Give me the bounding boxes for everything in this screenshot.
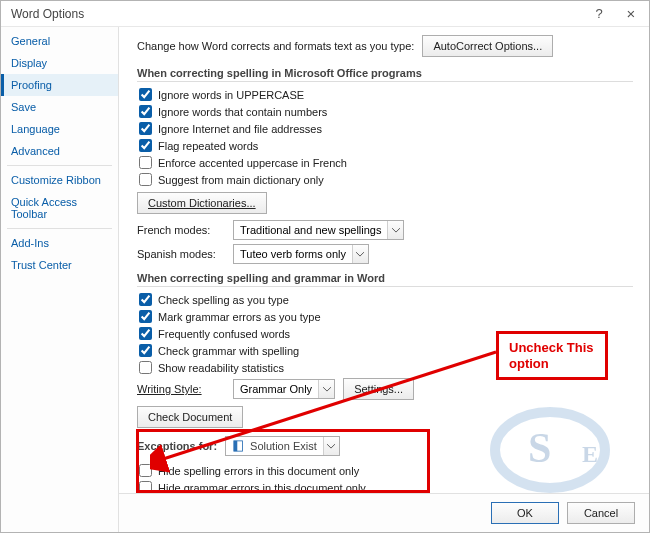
- label-flag-repeated: Flag repeated words: [158, 140, 258, 152]
- checkbox-ignore-uppercase[interactable]: [139, 88, 152, 101]
- exceptions-document-dropdown[interactable]: Solution Exist: [225, 436, 340, 456]
- writing-style-dropdown[interactable]: Grammar Only: [233, 379, 335, 399]
- label-accented-french: Enforce accented uppercase in French: [158, 157, 347, 169]
- label-ignore-uppercase: Ignore words in UPPERCASE: [158, 89, 304, 101]
- label-hide-spelling-errors: Hide spelling errors in this document on…: [158, 465, 359, 477]
- chevron-down-icon: [387, 221, 403, 239]
- sidebar-item-display[interactable]: Display: [1, 52, 118, 74]
- checkbox-confused-words[interactable]: [139, 327, 152, 340]
- label-confused-words: Frequently confused words: [158, 328, 290, 340]
- main-panel: Change how Word corrects and formats tex…: [119, 27, 649, 532]
- titlebar: Word Options ? ×: [1, 1, 649, 27]
- cb-hide-grammar-errors: Hide grammar errors in this document onl…: [139, 481, 633, 493]
- label-main-dict: Suggest from main dictionary only: [158, 174, 324, 186]
- checkbox-check-spelling-type[interactable]: [139, 293, 152, 306]
- checkbox-ignore-internet[interactable]: [139, 122, 152, 135]
- help-button[interactable]: ?: [583, 2, 615, 26]
- settings-button[interactable]: Settings...: [343, 378, 414, 400]
- ok-button[interactable]: OK: [491, 502, 559, 524]
- sidebar-separator: [7, 165, 112, 166]
- french-modes-row: French modes: Traditional and new spelli…: [137, 220, 633, 240]
- sidebar-item-customize-ribbon[interactable]: Customize Ribbon: [1, 169, 118, 191]
- window-title: Word Options: [11, 7, 583, 21]
- sidebar-item-trust-center[interactable]: Trust Center: [1, 254, 118, 276]
- cancel-label: Cancel: [584, 507, 618, 519]
- label-hide-grammar-errors: Hide grammar errors in this document onl…: [158, 482, 366, 494]
- spanish-modes-value: Tuteo verb forms only: [240, 248, 352, 260]
- cancel-button[interactable]: Cancel: [567, 502, 635, 524]
- cb-accented-french: Enforce accented uppercase in French: [139, 156, 633, 169]
- chevron-down-icon: [318, 380, 334, 398]
- sidebar-item-quick-access-toolbar[interactable]: Quick Access Toolbar: [1, 191, 118, 225]
- label-check-spelling-type: Check spelling as you type: [158, 294, 289, 306]
- close-button[interactable]: ×: [615, 2, 647, 26]
- sidebar-item-save[interactable]: Save: [1, 96, 118, 118]
- custom-dict-row: Custom Dictionaries...: [137, 192, 633, 214]
- cb-main-dict: Suggest from main dictionary only: [139, 173, 633, 186]
- writing-style-label: Writing Style:: [137, 383, 225, 395]
- cb-ignore-numbers: Ignore words that contain numbers: [139, 105, 633, 118]
- ok-label: OK: [517, 507, 533, 519]
- dialog-body: General Display Proofing Save Language A…: [1, 27, 649, 532]
- intro-row: Change how Word corrects and formats tex…: [137, 35, 633, 57]
- checkbox-mark-grammar[interactable]: [139, 310, 152, 323]
- spanish-modes-label: Spanish modes:: [137, 248, 225, 260]
- french-modes-value: Traditional and new spellings: [240, 224, 387, 236]
- spanish-modes-dropdown[interactable]: Tuteo verb forms only: [233, 244, 369, 264]
- checkbox-hide-grammar-errors[interactable]: [139, 481, 152, 493]
- checkbox-readability[interactable]: [139, 361, 152, 374]
- label-grammar-with-spelling: Check grammar with spelling: [158, 345, 299, 357]
- word-options-dialog: Word Options ? × General Display Proofin…: [0, 0, 650, 533]
- cb-readability: Show readability statistics: [139, 361, 633, 374]
- autocorrect-options-button[interactable]: AutoCorrect Options...: [422, 35, 553, 57]
- label-mark-grammar: Mark grammar errors as you type: [158, 311, 321, 323]
- sidebar: General Display Proofing Save Language A…: [1, 27, 119, 532]
- checkbox-ignore-numbers[interactable]: [139, 105, 152, 118]
- section-head-office-spelling: When correcting spelling in Microsoft Of…: [137, 67, 633, 82]
- check-document-label: Check Document: [148, 411, 232, 423]
- exceptions-label: Exceptions for:: [137, 440, 217, 452]
- writing-style-value: Grammar Only: [240, 383, 318, 395]
- check-document-row: Check Document: [137, 406, 633, 428]
- label-ignore-numbers: Ignore words that contain numbers: [158, 106, 327, 118]
- checkbox-main-dict[interactable]: [139, 173, 152, 186]
- cb-mark-grammar: Mark grammar errors as you type: [139, 310, 633, 323]
- sidebar-item-addins[interactable]: Add-Ins: [1, 232, 118, 254]
- checkbox-flag-repeated[interactable]: [139, 139, 152, 152]
- help-icon: ?: [595, 6, 602, 21]
- cb-ignore-internet: Ignore Internet and file addresses: [139, 122, 633, 135]
- checkbox-hide-spelling-errors[interactable]: [139, 464, 152, 477]
- sidebar-item-proofing[interactable]: Proofing: [1, 74, 118, 96]
- custom-dictionaries-label: Custom Dictionaries...: [148, 197, 256, 209]
- label-ignore-internet: Ignore Internet and file addresses: [158, 123, 322, 135]
- sidebar-separator: [7, 228, 112, 229]
- cb-hide-spelling-errors: Hide spelling errors in this document on…: [139, 464, 633, 477]
- settings-label: Settings...: [354, 383, 403, 395]
- cb-confused-words: Frequently confused words: [139, 327, 633, 340]
- word-doc-icon: [232, 439, 246, 453]
- cb-grammar-with-spelling: Check grammar with spelling: [139, 344, 633, 357]
- cb-check-spelling-type: Check spelling as you type: [139, 293, 633, 306]
- section-head-exceptions: Exceptions for: Solution Exist: [137, 436, 633, 458]
- sidebar-item-advanced[interactable]: Advanced: [1, 140, 118, 162]
- sidebar-item-general[interactable]: General: [1, 30, 118, 52]
- custom-dictionaries-button[interactable]: Custom Dictionaries...: [137, 192, 267, 214]
- checkbox-grammar-with-spelling[interactable]: [139, 344, 152, 357]
- chevron-down-icon: [352, 245, 368, 263]
- svg-rect-1: [234, 441, 237, 451]
- checkbox-accented-french[interactable]: [139, 156, 152, 169]
- label-readability: Show readability statistics: [158, 362, 284, 374]
- cb-ignore-uppercase: Ignore words in UPPERCASE: [139, 88, 633, 101]
- chevron-down-icon: [323, 437, 339, 455]
- section-head-word-spelling: When correcting spelling and grammar in …: [137, 272, 633, 287]
- autocorrect-options-label: AutoCorrect Options...: [433, 40, 542, 52]
- writing-style-row: Writing Style: Grammar Only Settings...: [137, 378, 633, 400]
- options-scrollpane[interactable]: Change how Word corrects and formats tex…: [119, 27, 649, 493]
- check-document-button[interactable]: Check Document: [137, 406, 243, 428]
- french-modes-dropdown[interactable]: Traditional and new spellings: [233, 220, 404, 240]
- dialog-footer: OK Cancel: [119, 493, 649, 532]
- sidebar-item-language[interactable]: Language: [1, 118, 118, 140]
- cb-flag-repeated: Flag repeated words: [139, 139, 633, 152]
- exceptions-document-value: Solution Exist: [246, 440, 323, 452]
- french-modes-label: French modes:: [137, 224, 225, 236]
